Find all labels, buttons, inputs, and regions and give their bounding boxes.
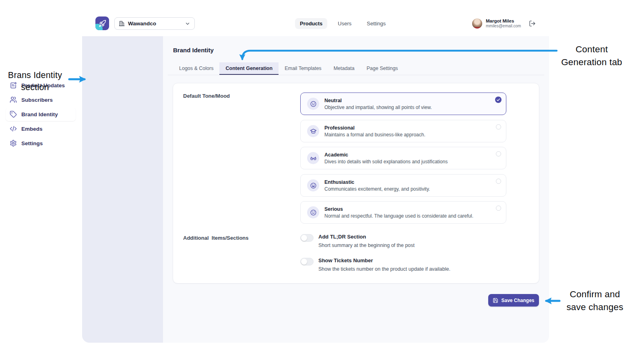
gear-icon: [10, 140, 17, 147]
tag-icon: [10, 111, 17, 118]
annotation-save-changes: Confirm and save changes: [561, 288, 629, 314]
tone-option-description: Dives into details with solid explanatio…: [324, 159, 448, 165]
tab-page-settings[interactable]: Page Settings: [361, 62, 404, 75]
tab-bar: Logos & Colors Content Generation Email …: [173, 62, 404, 75]
tab-divider: [168, 75, 544, 75]
user-menu[interactable]: Margot Miles mmiles@email.com: [472, 18, 521, 29]
avatar: [472, 19, 482, 29]
sidebar-item-label: Brand Identity: [21, 111, 58, 117]
top-nav: Products Users Settings: [295, 18, 390, 29]
annotation-brand-identity: Brans Identity section: [2, 70, 68, 93]
page-title: Brand Identity: [173, 47, 214, 53]
tone-option-description: Normal and respectful. The language used…: [324, 213, 473, 219]
tone-option-academic[interactable]: Academic Dives into details with solid e…: [300, 147, 506, 169]
tone-option-enthusiastic[interactable]: Enthusiastic Communicates excitement, en…: [300, 174, 506, 197]
tone-section-label: Default Tone/Mood: [183, 93, 230, 99]
tab-metadata[interactable]: Metadata: [328, 62, 361, 75]
radio-unchecked-icon[interactable]: [496, 179, 501, 184]
toggle-knob: [301, 259, 307, 265]
logout-button[interactable]: [529, 20, 536, 29]
grin-face-icon: [307, 179, 319, 191]
tickets-toggle-row: Show Tickets Number Show the tickets num…: [300, 257, 450, 272]
graduation-cap-icon: [307, 125, 319, 137]
sidebar-item-brand-identity[interactable]: Brand Identity: [6, 107, 76, 121]
tone-option-title: Enthusiastic: [324, 179, 430, 185]
app-logo: [95, 16, 109, 30]
logout-icon: [529, 20, 536, 27]
toggle-description: Short summary at the beginning of the po…: [318, 243, 415, 248]
tickets-toggle[interactable]: [300, 258, 314, 265]
radio-unchecked-icon[interactable]: [496, 151, 501, 156]
toggle-description: Show the tickets number on the product u…: [318, 266, 450, 272]
sidebar: [82, 36, 163, 343]
radio-unchecked-icon[interactable]: [496, 124, 501, 130]
toggle-title: Add TL;DR Section: [318, 234, 415, 240]
sidebar-item-subscribers[interactable]: Subscribers: [6, 93, 76, 107]
tldr-toggle-row: Add TL;DR Section Short summary at the b…: [300, 234, 415, 248]
rocket-icon: [99, 20, 106, 27]
tone-option-title: Serious: [324, 206, 473, 212]
save-button-label: Save Changes: [501, 298, 534, 303]
tone-option-title: Neutral: [324, 98, 432, 103]
sidebar-item-settings[interactable]: Settings: [6, 136, 76, 150]
building-icon: [119, 21, 125, 27]
sidebar-item-label: Embeds: [21, 126, 43, 132]
user-email: mmiles@email.com: [486, 24, 521, 29]
tone-option-description: Communicates excitement, energy, and pos…: [324, 186, 430, 192]
company-selector[interactable]: Wawandco: [114, 17, 195, 30]
tone-option-description: Maintains a formal and business-like app…: [324, 132, 425, 138]
chevron-down-icon: [185, 21, 190, 27]
tone-option-description: Objective and impartial, showing all poi…: [324, 105, 432, 110]
save-changes-button[interactable]: Save Changes: [488, 294, 539, 306]
company-name: Wawandco: [128, 21, 182, 27]
save-icon: [493, 298, 498, 303]
tab-logos-colors[interactable]: Logos & Colors: [173, 62, 219, 75]
sidebar-item-label: Settings: [21, 140, 43, 146]
radio-unchecked-icon[interactable]: [496, 206, 501, 211]
nav-users[interactable]: Users: [333, 18, 356, 29]
code-icon: [10, 125, 17, 132]
nav-products[interactable]: Products: [295, 18, 327, 29]
smile-face-icon: [307, 98, 319, 110]
tab-email-templates[interactable]: Email Templates: [279, 62, 327, 75]
radio-checked-icon[interactable]: [495, 97, 502, 103]
user-name: Margot Miles: [486, 18, 521, 24]
tab-content-generation[interactable]: Content Generation: [219, 62, 279, 75]
tldr-toggle[interactable]: [300, 234, 314, 242]
annotation-content-generation: Content Generation tab: [556, 43, 627, 68]
additional-section-label: Additional Items/Sections: [183, 235, 249, 241]
tone-option-neutral[interactable]: Neutral Objective and impartial, showing…: [300, 93, 506, 115]
tone-option-professional[interactable]: Professional Maintains a formal and busi…: [300, 120, 506, 142]
toggle-title: Show Tickets Number: [318, 257, 450, 263]
tone-option-serious[interactable]: Serious Normal and respectful. The langu…: [300, 201, 506, 224]
sidebar-item-label: Subscribers: [21, 97, 53, 103]
glasses-icon: [307, 152, 319, 164]
nav-settings[interactable]: Settings: [362, 18, 390, 29]
users-icon: [10, 96, 17, 103]
tone-option-title: Academic: [324, 152, 448, 158]
neutral-face-icon: [307, 206, 319, 218]
toggle-knob: [301, 235, 307, 241]
tone-option-title: Professional: [324, 125, 425, 131]
sidebar-item-embeds[interactable]: Embeds: [6, 122, 76, 136]
